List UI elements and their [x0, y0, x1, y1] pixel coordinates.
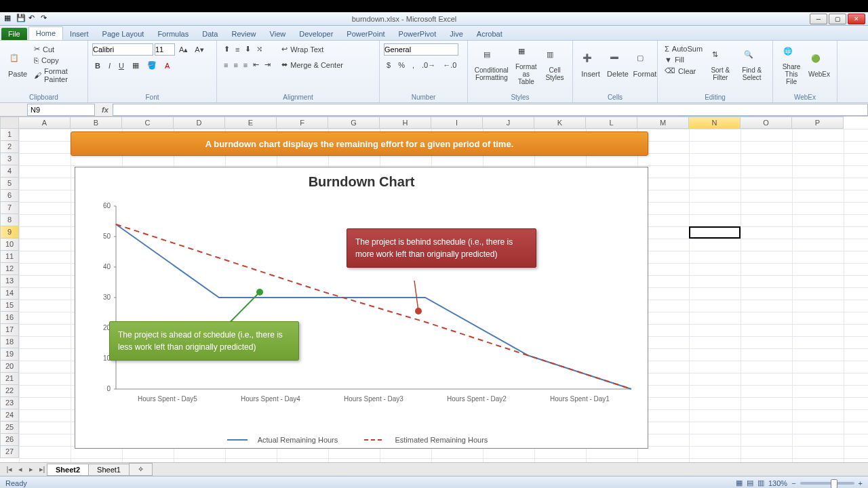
row-22[interactable]: 22 — [0, 385, 19, 397]
tab-insert[interactable]: Insert — [63, 28, 96, 40]
align-left-button[interactable]: ≡ — [221, 59, 231, 70]
sheet-tab-sheet2[interactable]: Sheet2 — [47, 464, 89, 476]
maximize-button[interactable]: ▢ — [829, 14, 846, 24]
zoom-level[interactable]: 130% — [768, 479, 787, 487]
row-6[interactable]: 6 — [0, 190, 19, 202]
row-11[interactable]: 11 — [0, 251, 19, 263]
tab-data[interactable]: Data — [195, 28, 224, 40]
save-icon[interactable]: 💾 — [16, 14, 26, 23]
tab-powerpivot[interactable]: PowerPivot — [392, 28, 443, 40]
col-F[interactable]: F — [277, 117, 328, 129]
row-12[interactable]: 12 — [0, 263, 19, 275]
webex-button[interactable]: 🟢WebEx — [806, 43, 833, 88]
active-cell[interactable] — [689, 226, 741, 239]
col-B[interactable]: B — [71, 117, 122, 129]
col-H[interactable]: H — [380, 117, 431, 129]
tab-nav-first[interactable]: |◂ — [4, 465, 15, 474]
font-size-select[interactable] — [155, 43, 175, 56]
row-3[interactable]: 3 — [0, 153, 19, 165]
select-all-corner[interactable] — [0, 117, 19, 129]
tab-nav-prev[interactable]: ◂ — [15, 465, 26, 474]
row-2[interactable]: 2 — [0, 141, 19, 153]
tab-powerpoint[interactable]: PowerPoint — [340, 28, 391, 40]
fx-icon[interactable]: fx — [98, 106, 113, 114]
row-25[interactable]: 25 — [0, 422, 19, 434]
autosum-button[interactable]: ΣAutoSum — [662, 43, 705, 54]
row-13[interactable]: 13 — [0, 275, 19, 287]
new-sheet-button[interactable]: ✧ — [129, 463, 153, 476]
find-select-button[interactable]: 🔍Find & Select — [735, 43, 768, 88]
redo-icon[interactable]: ↷ — [41, 14, 50, 23]
cell-styles-button[interactable]: ▥Cell Styles — [541, 43, 568, 88]
close-button[interactable]: ✕ — [848, 14, 865, 24]
col-M[interactable]: M — [637, 117, 689, 129]
row-1[interactable]: 1 — [0, 129, 19, 141]
font-family-select[interactable] — [92, 43, 153, 56]
align-center-button[interactable]: ≡ — [231, 59, 240, 70]
row-7[interactable]: 7 — [0, 202, 19, 214]
tab-file[interactable]: File — [1, 28, 27, 40]
sheet-tab-sheet1[interactable]: Sheet1 — [88, 464, 130, 476]
view-break-icon[interactable]: ▥ — [757, 479, 764, 487]
italic-button[interactable]: I — [106, 60, 113, 71]
border-button[interactable]: ▦ — [130, 60, 142, 71]
name-box[interactable] — [27, 104, 95, 116]
row-4[interactable]: 4 — [0, 165, 19, 178]
cut-button[interactable]: ✂Cut — [31, 43, 83, 55]
col-K[interactable]: K — [534, 117, 586, 129]
percent-button[interactable]: % — [395, 60, 408, 70]
row-24[interactable]: 24 — [0, 409, 19, 422]
tab-home[interactable]: Home — [28, 26, 63, 40]
indent-inc-button[interactable]: ⇥ — [262, 59, 273, 70]
row-9[interactable]: 9 — [0, 226, 19, 239]
col-D[interactable]: D — [174, 117, 225, 129]
grow-font-button[interactable]: A▴ — [176, 43, 191, 56]
inc-decimal-button[interactable]: .0→ — [419, 60, 438, 70]
align-bottom-button[interactable]: ⬇ — [242, 43, 254, 55]
orientation-button[interactable]: ⤭ — [254, 43, 265, 55]
row-18[interactable]: 18 — [0, 336, 19, 348]
indent-dec-button[interactable]: ⇤ — [250, 59, 262, 70]
minimize-button[interactable]: ─ — [810, 14, 827, 24]
currency-button[interactable]: $ — [384, 60, 393, 70]
view-normal-icon[interactable]: ▦ — [736, 479, 743, 487]
zoom-out-button[interactable]: − — [791, 479, 795, 487]
tab-formulas[interactable]: Formulas — [151, 28, 195, 40]
row-14[interactable]: 14 — [0, 287, 19, 300]
bold-button[interactable]: B — [92, 60, 103, 71]
undo-icon[interactable]: ↶ — [28, 14, 38, 23]
col-N[interactable]: N — [689, 117, 741, 129]
tab-jive[interactable]: Jive — [443, 28, 470, 40]
col-G[interactable]: G — [328, 117, 380, 129]
align-top-button[interactable]: ⬆ — [221, 43, 233, 55]
tab-acrobat[interactable]: Acrobat — [470, 28, 509, 40]
col-A[interactable]: A — [19, 117, 71, 129]
format-table-button[interactable]: ▦Format as Table — [511, 43, 541, 88]
paste-button[interactable]: 📋Paste — [4, 43, 31, 88]
share-file-button[interactable]: 🌐Share This File — [777, 43, 806, 88]
row-19[interactable]: 19 — [0, 348, 19, 361]
row-20[interactable]: 20 — [0, 361, 19, 373]
col-P[interactable]: P — [792, 117, 844, 129]
sort-filter-button[interactable]: ⇅Sort & Filter — [705, 43, 735, 88]
col-J[interactable]: J — [483, 117, 534, 129]
col-E[interactable]: E — [225, 117, 277, 129]
zoom-in-button[interactable]: + — [859, 479, 863, 487]
align-middle-button[interactable]: ≡ — [233, 43, 242, 55]
col-L[interactable]: L — [586, 117, 637, 129]
fill-color-button[interactable]: 🪣 — [144, 60, 159, 71]
row-21[interactable]: 21 — [0, 373, 19, 385]
conditional-formatting-button[interactable]: ▤Conditional Formatting — [472, 43, 511, 88]
tab-developer[interactable]: Developer — [292, 28, 340, 40]
row-16[interactable]: 16 — [0, 312, 19, 324]
row-23[interactable]: 23 — [0, 397, 19, 409]
row-10[interactable]: 10 — [0, 239, 19, 251]
fill-button[interactable]: ▼Fill — [662, 54, 705, 65]
col-O[interactable]: O — [741, 117, 792, 129]
worksheet[interactable]: ABCDEFGHIJKLMNOP 12345678910111213141516… — [0, 117, 868, 462]
copy-button[interactable]: ⎘Copy — [31, 55, 83, 66]
underline-button[interactable]: U — [116, 60, 127, 71]
font-color-button[interactable]: A — [162, 60, 172, 71]
comma-button[interactable]: , — [410, 60, 417, 70]
row-17[interactable]: 17 — [0, 324, 19, 336]
